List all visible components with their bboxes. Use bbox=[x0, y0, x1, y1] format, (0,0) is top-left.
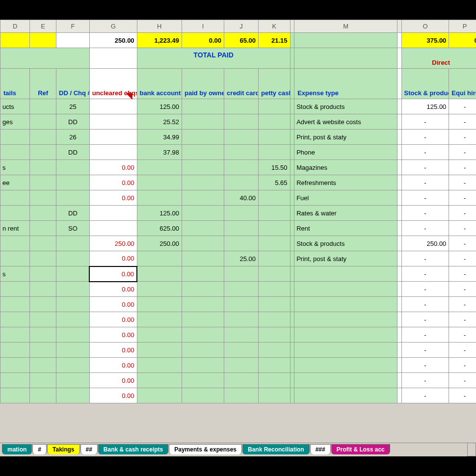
cell[interactable]: - bbox=[449, 175, 476, 190]
table-row[interactable]: 0.00-- bbox=[0, 327, 476, 343]
cell[interactable]: 0.00 bbox=[89, 160, 137, 175]
cell[interactable] bbox=[182, 266, 224, 282]
cell[interactable] bbox=[137, 388, 182, 403]
cell[interactable] bbox=[30, 114, 56, 130]
totals-row[interactable]: 250.00 1,223.49 0.00 65.00 21.15 375.00 … bbox=[0, 33, 476, 48]
cell[interactable] bbox=[0, 251, 30, 266]
cell[interactable]: - bbox=[401, 388, 449, 403]
cell[interactable]: Phone bbox=[294, 145, 397, 160]
table-row[interactable]: 0.00-- bbox=[0, 312, 476, 327]
total-G[interactable]: 250.00 bbox=[89, 33, 137, 48]
cell[interactable]: - bbox=[449, 99, 476, 114]
cell[interactable] bbox=[0, 373, 30, 388]
cell[interactable] bbox=[56, 388, 90, 403]
cell[interactable]: - bbox=[449, 190, 476, 206]
cell[interactable] bbox=[137, 266, 182, 282]
cell[interactable]: - bbox=[401, 251, 449, 266]
cell[interactable]: 250.00 bbox=[137, 236, 182, 251]
total-I[interactable]: 0.00 bbox=[182, 33, 224, 48]
sheet-tab-mation[interactable]: mation bbox=[2, 444, 32, 454]
cell[interactable] bbox=[137, 343, 182, 358]
total-H[interactable]: 1,223.49 bbox=[137, 33, 182, 48]
cell[interactable] bbox=[224, 297, 259, 312]
cell[interactable] bbox=[30, 175, 56, 190]
cell[interactable] bbox=[30, 99, 56, 114]
cell[interactable]: 125.00 bbox=[137, 99, 182, 114]
sheet-tab--[interactable]: # bbox=[32, 444, 47, 454]
cell[interactable] bbox=[224, 373, 259, 388]
cell[interactable]: 25 bbox=[56, 99, 90, 114]
cell[interactable] bbox=[294, 343, 397, 358]
cell[interactable]: 0.00 bbox=[89, 190, 137, 206]
cell[interactable] bbox=[30, 206, 56, 221]
total-O[interactable]: 375.00 bbox=[401, 33, 449, 48]
cell[interactable] bbox=[259, 312, 291, 327]
cell[interactable] bbox=[56, 190, 90, 206]
cell[interactable] bbox=[224, 114, 259, 130]
cell[interactable]: 25.00 bbox=[224, 251, 259, 266]
cell[interactable]: ee bbox=[0, 175, 30, 190]
sheet-tab-profit-loss-acc[interactable]: Profit & Loss acc bbox=[331, 444, 390, 454]
cell[interactable]: 25.52 bbox=[137, 114, 182, 130]
table-row[interactable]: 0.0040.00Fuel-- bbox=[0, 190, 476, 206]
cell[interactable]: SO bbox=[56, 221, 90, 236]
cell[interactable]: - bbox=[401, 297, 449, 312]
cell[interactable]: 125.00 bbox=[137, 206, 182, 221]
cell[interactable] bbox=[294, 266, 397, 282]
cell[interactable] bbox=[0, 145, 30, 160]
cell[interactable]: Stock & products bbox=[294, 236, 397, 251]
cell[interactable] bbox=[30, 145, 56, 160]
cell[interactable] bbox=[30, 221, 56, 236]
cell[interactable]: ucts bbox=[0, 99, 30, 114]
cell[interactable] bbox=[30, 282, 56, 297]
cell[interactable] bbox=[137, 160, 182, 175]
cell[interactable]: - bbox=[449, 312, 476, 327]
spreadsheet-grid[interactable]: D E F G H I J K M O P 250.00 1,223.49 0.… bbox=[0, 20, 476, 456]
cell[interactable] bbox=[294, 327, 397, 343]
cell[interactable] bbox=[224, 343, 259, 358]
cell[interactable]: 0.00 bbox=[89, 282, 137, 297]
total-P[interactable]: 0 bbox=[449, 33, 476, 48]
cell[interactable]: 0.00 bbox=[89, 327, 137, 343]
cell[interactable]: - bbox=[449, 266, 476, 282]
cell[interactable] bbox=[259, 373, 291, 388]
sheet-tab--[interactable]: ### bbox=[310, 444, 331, 454]
cell[interactable] bbox=[182, 312, 224, 327]
cell[interactable] bbox=[137, 373, 182, 388]
column-letter-row[interactable]: D E F G H I J K M O P bbox=[0, 20, 476, 33]
cell[interactable] bbox=[0, 236, 30, 251]
cell[interactable] bbox=[0, 282, 30, 297]
cell[interactable] bbox=[294, 297, 397, 312]
cell[interactable] bbox=[224, 145, 259, 160]
cell[interactable] bbox=[224, 236, 259, 251]
col-header-E[interactable]: E bbox=[30, 20, 56, 33]
cell[interactable] bbox=[182, 145, 224, 160]
cell[interactable]: 0.00 bbox=[89, 358, 137, 373]
cell[interactable]: Refreshments bbox=[294, 175, 397, 190]
cell[interactable] bbox=[224, 160, 259, 175]
cell[interactable]: 0.00 bbox=[89, 175, 137, 190]
cell[interactable]: - bbox=[401, 312, 449, 327]
cell[interactable]: 15.50 bbox=[259, 160, 291, 175]
cell[interactable] bbox=[56, 282, 90, 297]
cell[interactable] bbox=[182, 190, 224, 206]
cell[interactable] bbox=[30, 266, 56, 282]
cell[interactable]: n rent bbox=[0, 221, 30, 236]
cell[interactable]: 0.00 bbox=[89, 251, 137, 266]
cell[interactable] bbox=[56, 175, 90, 190]
cell[interactable] bbox=[259, 221, 291, 236]
cell[interactable]: - bbox=[401, 221, 449, 236]
cell[interactable] bbox=[0, 388, 30, 403]
cell[interactable]: Fuel bbox=[294, 190, 397, 206]
cell[interactable]: 5.65 bbox=[259, 175, 291, 190]
sheet-tabs[interactable]: mation#Takings##Bank & cash receiptsPaym… bbox=[0, 443, 476, 456]
cell[interactable] bbox=[30, 190, 56, 206]
cell[interactable] bbox=[182, 373, 224, 388]
cell[interactable] bbox=[137, 312, 182, 327]
cell[interactable] bbox=[89, 99, 137, 114]
cell[interactable] bbox=[89, 145, 137, 160]
sheet-tab--[interactable]: ## bbox=[80, 444, 98, 454]
cell[interactable]: 0.00 bbox=[89, 388, 137, 403]
cell[interactable] bbox=[224, 327, 259, 343]
total-J[interactable]: 65.00 bbox=[224, 33, 259, 48]
